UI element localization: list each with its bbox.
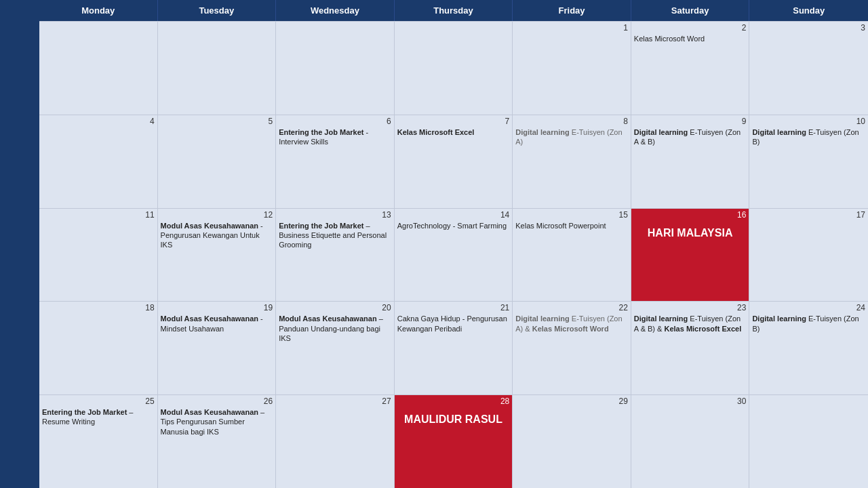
day-number: 13 <box>279 210 391 220</box>
day-number: 30 <box>634 396 747 406</box>
day-cell-16: 16HARI MALAYSIA <box>631 209 750 302</box>
header-day-monday: Monday <box>39 0 158 21</box>
header-day-thursday: Thursday <box>395 0 513 21</box>
day-cell-2: 2Kelas Microsoft Word <box>631 22 750 115</box>
calendar-header: MondayTuesdayWednesdayThursdayFridaySatu… <box>39 0 868 21</box>
day-cell-20: 20Modul Asas Keusahawanan – Panduan Unda… <box>276 302 395 394</box>
day-cell-29: 29 <box>513 395 631 488</box>
day-cell-1: 1 <box>513 22 631 115</box>
event-content: Kelas Microsoft Word <box>634 34 747 43</box>
day-cell-empty: 0 <box>395 22 513 115</box>
event-content: Cakna Gaya Hidup - Pengurusan Kewangan P… <box>397 314 510 333</box>
day-cell-4: 4 <box>39 115 158 208</box>
event-content: Kelas Microsoft Excel <box>397 127 510 137</box>
week-row-4: 25Entering the Job Market – Resume Writi… <box>39 394 868 488</box>
day-cell-19: 19Modul Asas Keusahawanan - Mindset Usah… <box>158 302 277 394</box>
day-number: 7 <box>397 117 510 126</box>
day-number: 25 <box>42 396 155 406</box>
day-cell-6: 6Entering the Job Market - Interview Ski… <box>276 115 395 208</box>
day-number: 1 <box>515 23 628 33</box>
day-cell-23: 23Digital learning E-Tuisyen (Zon A & B)… <box>631 302 750 394</box>
day-number: 22 <box>515 303 628 312</box>
day-cell-9: 9Digital learning E-Tuisyen (Zon A & B) <box>631 115 750 208</box>
day-number: 6 <box>279 117 391 126</box>
day-number: 14 <box>397 210 510 220</box>
event-content: AgroTechnology - Smart Farming <box>397 221 510 230</box>
event-content: Digital learning E-Tuisyen (Zon A) & Kel… <box>515 314 628 333</box>
day-number: 18 <box>42 303 155 312</box>
event-content: Digital learning E-Tuisyen (Zon B) <box>752 127 865 147</box>
event-content: Modul Asas Keusahawanan - Pengurusan Kew… <box>161 221 273 250</box>
day-cell-7: 7Kelas Microsoft Excel <box>395 115 513 208</box>
day-number: 16 <box>634 210 747 220</box>
header-day-wednesday: Wednesday <box>276 0 395 21</box>
day-cell-30: 30 <box>631 395 750 488</box>
day-cell-27: 27 <box>276 395 395 488</box>
event-content: Digital learning E-Tuisyen (Zon A & B) <box>634 127 747 147</box>
event-content: Modul Asas Keusahawanan - Mindset Usahaw… <box>161 314 273 333</box>
day-number: 23 <box>634 303 747 312</box>
day-number: 26 <box>161 396 273 406</box>
day-cell-empty: 0 <box>276 22 395 115</box>
day-number: 20 <box>279 303 391 312</box>
event-content: Digital learning E-Tuisyen (Zon B) <box>752 314 865 333</box>
day-number: 2 <box>634 23 747 33</box>
day-cell-26: 26Modul Asas Keusahawanan – Tips Penguru… <box>158 395 277 488</box>
event-content: Digital learning E-Tuisyen (Zon A) <box>515 127 628 147</box>
day-cell-empty: 0 <box>39 22 158 115</box>
event-content: HARI MALAYSIA <box>634 226 747 241</box>
day-number: 5 <box>161 117 273 126</box>
day-cell-25: 25Entering the Job Market – Resume Writi… <box>39 395 158 488</box>
day-number: 29 <box>515 396 628 406</box>
day-number: 28 <box>397 396 510 406</box>
event-content: Modul Asas Keusahawanan – Panduan Undang… <box>279 314 391 343</box>
week-row-2: 1112Modul Asas Keusahawanan - Pengurusan… <box>39 208 868 302</box>
day-cell-17: 17 <box>749 209 868 302</box>
day-cell-12: 12Modul Asas Keusahawanan - Pengurusan K… <box>158 209 277 302</box>
header-day-tuesday: Tuesday <box>158 0 277 21</box>
day-cell-13: 13Entering the Job Market – Business Eti… <box>276 209 395 302</box>
week-row-0: 000012Kelas Microsoft Word3 <box>39 21 868 115</box>
day-number: 19 <box>161 303 273 312</box>
day-cell-22: 22Digital learning E-Tuisyen (Zon A) & K… <box>513 302 631 394</box>
day-number: 12 <box>161 210 273 220</box>
day-cell-empty: 0 <box>749 395 868 488</box>
week-row-1: 456Entering the Job Market - Interview S… <box>39 115 868 208</box>
day-number: 9 <box>634 117 747 126</box>
calendar-grid: 000012Kelas Microsoft Word3456Entering t… <box>39 21 868 488</box>
day-number: 27 <box>279 396 391 406</box>
day-cell-18: 18 <box>39 302 158 394</box>
event-content: Digital learning E-Tuisyen (Zon A & B) &… <box>634 314 747 333</box>
event-content: Entering the Job Market – Business Etiqu… <box>279 221 391 250</box>
day-number: 24 <box>752 303 865 312</box>
event-content: Entering the Job Market – Resume Writing <box>42 407 155 427</box>
week-row-3: 1819Modul Asas Keusahawanan - Mindset Us… <box>39 301 868 394</box>
day-number: 4 <box>42 117 155 126</box>
day-cell-21: 21Cakna Gaya Hidup - Pengurusan Kewangan… <box>395 302 513 394</box>
event-content: Modul Asas Keusahawanan – Tips Pengurusa… <box>161 407 273 436</box>
day-number: 3 <box>752 23 865 33</box>
day-cell-10: 10Digital learning E-Tuisyen (Zon B) <box>749 115 868 208</box>
sidebar <box>0 0 39 488</box>
day-cell-8: 8Digital learning E-Tuisyen (Zon A) <box>513 115 631 208</box>
day-number: 11 <box>42 210 155 220</box>
day-number: 10 <box>752 117 865 126</box>
day-cell-3: 3 <box>749 22 868 115</box>
day-cell-11: 11 <box>39 209 158 302</box>
event-content: Kelas Microsoft Powerpoint <box>515 221 628 230</box>
day-number: 15 <box>515 210 628 220</box>
day-cell-5: 5 <box>158 115 277 208</box>
header-day-friday: Friday <box>513 0 631 21</box>
day-cell-24: 24Digital learning E-Tuisyen (Zon B) <box>749 302 868 394</box>
header-day-sunday: Sunday <box>749 0 868 21</box>
day-number: 21 <box>397 303 510 312</box>
day-cell-empty: 0 <box>158 22 277 115</box>
day-cell-15: 15Kelas Microsoft Powerpoint <box>513 209 631 302</box>
day-number: 17 <box>752 210 865 220</box>
event-content: Entering the Job Market - Interview Skil… <box>279 127 391 147</box>
header-day-saturday: Saturday <box>631 0 750 21</box>
event-content: MAULIDUR RASUL <box>397 413 510 427</box>
day-cell-28: 28MAULIDUR RASUL <box>395 395 513 488</box>
calendar-page: MondayTuesdayWednesdayThursdayFridaySatu… <box>0 0 868 488</box>
calendar-main: MondayTuesdayWednesdayThursdayFridaySatu… <box>39 0 868 488</box>
